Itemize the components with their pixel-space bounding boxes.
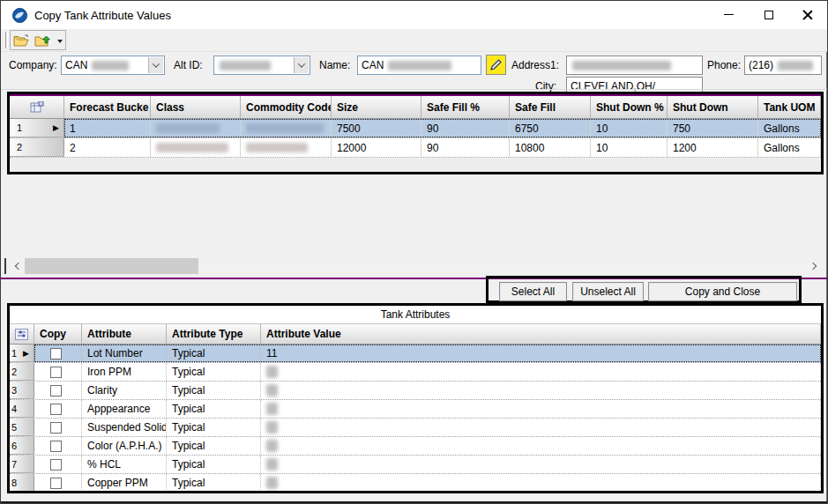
export-folder-icon[interactable] xyxy=(34,33,50,48)
phone-field[interactable]: (216) xyxy=(744,56,822,75)
table-row[interactable]: 5 Suspended Solids Typical xyxy=(10,419,821,437)
toolbar-grip-handle[interactable] xyxy=(5,32,8,48)
column-header-attribute[interactable]: Attribute xyxy=(82,324,167,345)
cell-commodity-code[interactable] xyxy=(241,138,332,157)
table-row[interactable]: 6 Color (A.P.H.A.) Typical xyxy=(10,437,821,456)
cell-attribute-value[interactable] xyxy=(261,382,821,399)
cell-commodity-code[interactable] xyxy=(241,119,332,137)
scroll-left-button[interactable] xyxy=(10,258,25,274)
column-header-forecast-bucket[interactable]: Forecast Bucke xyxy=(64,96,151,119)
name-field[interactable]: CAN xyxy=(357,56,481,75)
column-header-class[interactable]: Class xyxy=(151,96,241,119)
table-row[interactable]: 2 Iron PPM Typical xyxy=(10,363,821,382)
row-header[interactable]: 2 xyxy=(10,138,64,157)
scroll-right-button[interactable] xyxy=(806,258,821,274)
grid-corner-icon[interactable] xyxy=(10,96,64,119)
company-combobox[interactable]: CAN xyxy=(61,56,165,75)
cell-copy[interactable] xyxy=(34,474,82,492)
cell-safe-fill[interactable]: 10800 xyxy=(510,138,591,157)
cell-copy[interactable] xyxy=(34,437,82,455)
cell-attribute-value[interactable] xyxy=(261,419,821,436)
cell-tank-uom[interactable]: Gallons xyxy=(758,138,821,157)
column-header-copy[interactable]: Copy xyxy=(34,324,82,345)
column-header-attribute-type[interactable]: Attribute Type xyxy=(167,324,261,345)
alt-id-dropdown-button[interactable] xyxy=(294,57,309,73)
column-header-commodity-code[interactable]: Commodity Code xyxy=(241,96,332,119)
column-header-shut-down-pct[interactable]: Shut Down % xyxy=(591,96,668,119)
cell-attribute-value[interactable] xyxy=(261,437,821,455)
cell-attribute-type[interactable]: Typical xyxy=(167,363,261,381)
select-all-button[interactable]: Select All xyxy=(499,282,567,301)
cell-attribute-type[interactable]: Typical xyxy=(167,437,261,455)
copy-checkbox[interactable] xyxy=(50,422,62,434)
alt-id-combobox[interactable] xyxy=(213,56,310,75)
copy-checkbox[interactable] xyxy=(50,404,62,415)
table-row[interactable]: 7 % HCL Typical xyxy=(10,456,821,474)
row-header[interactable]: 3 xyxy=(10,382,34,399)
row-header[interactable]: 7 xyxy=(10,456,34,473)
address1-field[interactable] xyxy=(566,56,703,75)
cell-forecast-bucket[interactable]: 1 xyxy=(64,119,151,137)
cell-copy[interactable] xyxy=(34,363,82,381)
column-header-shut-down[interactable]: Shut Down xyxy=(668,96,758,119)
cell-class[interactable] xyxy=(151,119,241,137)
cell-tank-uom[interactable]: Gallons xyxy=(758,119,821,137)
cell-copy[interactable] xyxy=(34,345,82,362)
row-header[interactable]: 6 xyxy=(10,437,34,455)
cell-forecast-bucket[interactable]: 2 xyxy=(64,138,151,157)
copy-checkbox[interactable] xyxy=(50,348,62,359)
cell-attribute[interactable]: % HCL xyxy=(82,456,167,473)
column-header-attribute-value[interactable]: Attribute Value xyxy=(261,324,821,345)
cell-shut-down-pct[interactable]: 10 xyxy=(591,119,668,137)
cell-attribute-type[interactable]: Typical xyxy=(167,419,261,436)
cell-size[interactable]: 7500 xyxy=(332,119,421,137)
scrollbar-thumb[interactable] xyxy=(25,258,198,274)
cell-attribute-value[interactable] xyxy=(261,400,821,418)
cell-attribute-type[interactable]: Typical xyxy=(167,456,261,473)
table-row[interactable]: 3 Clarity Typical xyxy=(10,382,821,400)
column-header-tank-uom[interactable]: Tank UOM xyxy=(758,96,821,119)
cell-attribute-value[interactable] xyxy=(261,363,821,381)
cell-shut-down-pct[interactable]: 10 xyxy=(591,138,668,157)
copy-and-close-button[interactable]: Copy and Close xyxy=(648,282,797,301)
cell-attribute-type[interactable]: Typical xyxy=(167,382,261,399)
copy-checkbox[interactable] xyxy=(50,367,62,378)
cell-attribute[interactable]: Suspended Solids xyxy=(82,419,167,436)
cell-safe-fill-pct[interactable]: 90 xyxy=(421,119,510,137)
row-header[interactable]: 8 xyxy=(10,474,34,492)
company-dropdown-button[interactable] xyxy=(148,57,163,73)
cell-attribute-value[interactable] xyxy=(261,474,821,492)
minimize-button[interactable] xyxy=(709,1,749,28)
cell-safe-fill-pct[interactable]: 90 xyxy=(421,138,510,157)
copy-checkbox[interactable] xyxy=(50,459,62,471)
cell-attribute-value[interactable]: 11 xyxy=(261,345,821,362)
row-header[interactable]: 4 xyxy=(10,400,34,418)
copy-checkbox[interactable] xyxy=(50,478,62,489)
column-header-size[interactable]: Size xyxy=(332,96,421,119)
cell-size[interactable]: 12000 xyxy=(332,138,421,157)
row-header[interactable]: 1▶ xyxy=(10,345,34,362)
cell-attribute-type[interactable]: Typical xyxy=(167,474,261,492)
unselect-all-button[interactable]: Unselect All xyxy=(572,282,644,301)
cell-class[interactable] xyxy=(151,138,241,157)
table-row[interactable]: 1▶ 1 7500 90 6750 10 750 Gallons xyxy=(10,119,821,138)
table-row[interactable]: 8 Copper PPM Typical xyxy=(10,474,821,493)
cell-attribute[interactable]: Color (A.P.H.A.) xyxy=(82,437,167,455)
row-header[interactable]: 1▶ xyxy=(10,119,64,137)
horizontal-scrollbar[interactable] xyxy=(10,258,821,274)
cell-attribute[interactable]: Copper PPM xyxy=(82,474,167,492)
cell-shut-down[interactable]: 1200 xyxy=(668,138,758,157)
cell-attribute[interactable]: Clarity xyxy=(82,382,167,399)
cell-attribute-value[interactable] xyxy=(261,456,821,473)
cell-copy[interactable] xyxy=(34,382,82,399)
cell-attribute[interactable]: Apppearance xyxy=(82,400,167,418)
copy-checkbox[interactable] xyxy=(50,441,62,452)
cell-copy[interactable] xyxy=(34,400,82,418)
table-row[interactable]: 4 Apppearance Typical xyxy=(10,400,821,419)
table-row[interactable]: 2 2 12000 90 10800 10 1200 Gallons xyxy=(10,138,821,158)
cell-copy[interactable] xyxy=(34,456,82,473)
cell-safe-fill[interactable]: 6750 xyxy=(510,119,591,137)
row-header[interactable]: 2 xyxy=(10,363,34,381)
cell-attribute[interactable]: Iron PPM xyxy=(82,363,167,381)
open-folder-icon[interactable] xyxy=(13,33,29,48)
